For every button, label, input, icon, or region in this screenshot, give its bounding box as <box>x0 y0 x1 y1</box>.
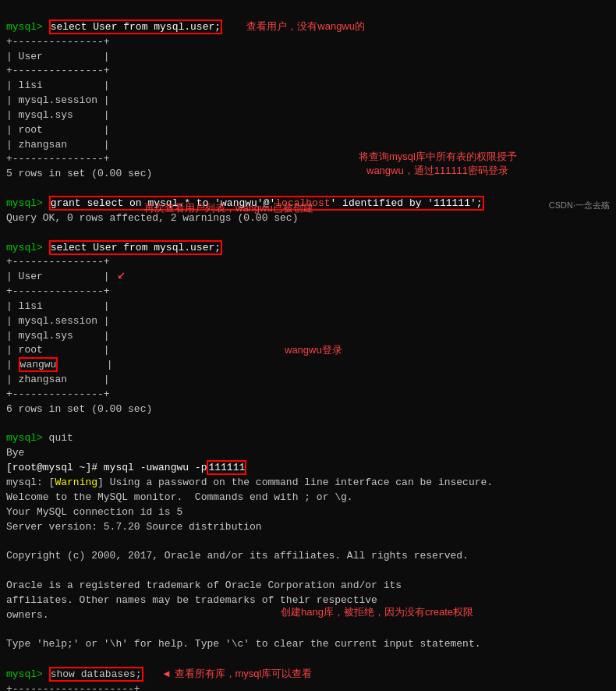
line-15: +---------------+ <box>6 256 110 268</box>
line-20: | mysql.sys | <box>6 330 110 342</box>
line-34: Oracle is a registered trademark of Orac… <box>6 579 402 591</box>
line-1: mysql> select User from mysql.user; 查看用户… <box>6 21 365 33</box>
line-32: Server version: 5.7.20 Source distributi… <box>6 521 262 533</box>
annotation-wangwu-login: wangwu登录 <box>285 343 342 357</box>
line-21: | root | <box>6 344 110 356</box>
line-37: Type 'help;' or '\h' for help. Type '\c'… <box>6 638 481 650</box>
line-14: mysql> select User from mysql.user; <box>6 240 222 255</box>
annotation-grant: 将查询mysql库中所有表的权限授予 <box>359 150 517 164</box>
line-26: mysql> quit <box>6 432 73 444</box>
line-38: mysql> show databases; ◄ 查看所有库，mysql库可以查… <box>6 668 313 680</box>
line-22: | wangwu | <box>6 357 113 372</box>
line-11: 5 rows in set (0.00 sec) <box>6 168 152 179</box>
line-18: | lisi | <box>6 300 110 312</box>
line-27: Bye <box>6 447 24 459</box>
line-2: +---------------+ <box>6 36 110 48</box>
line-24: +---------------+ <box>6 388 110 400</box>
line-30: Welcome to the MySQL monitor. Commands e… <box>6 491 353 503</box>
line-3: | User | <box>6 51 110 62</box>
annotation-grant2: wangwu，通过111111密码登录 <box>366 164 508 178</box>
line-9: | zhangsan | <box>6 139 110 151</box>
line-7: | mysql.sys | <box>6 109 110 121</box>
annotation-create-denied: 创建hang库，被拒绝，因为没有create权限 <box>281 605 473 619</box>
ann1-inline: 查看用户，没有wangwu的 <box>246 20 365 32</box>
line-29: mysql: [Warning] Using a password on the… <box>6 477 493 488</box>
annotation-recheck: 再次查看用户列表，wangwu已被创建 <box>144 201 313 215</box>
line-16: | User | <box>6 271 110 282</box>
line-19: | mysql.session | <box>6 315 110 327</box>
line-35: affiliates. Other names may be trademark… <box>6 594 377 606</box>
arrow-wangwu: ↙ <box>117 265 126 282</box>
line-36: owners. <box>6 609 49 621</box>
line-5: | lisi | <box>6 80 110 91</box>
line-17: +---------------+ <box>6 285 110 297</box>
line-39: +--------------------+ <box>6 683 140 691</box>
line-10: +---------------+ <box>6 153 110 165</box>
line-33: Copyright (c) 2000, 2017, Oracle and/or … <box>6 550 469 562</box>
line-31: Your MySQL connection id is 5 <box>6 506 182 518</box>
line-25: 6 rows in set (0.00 sec) <box>6 403 152 415</box>
line-6: | mysql.session | <box>6 94 110 106</box>
line-4: +---------------+ <box>6 65 110 76</box>
watermark: CSDN·一念去殇 <box>549 200 610 211</box>
line-23: | zhangsan | <box>6 374 110 385</box>
line-28: [root@mysql ~]# mysql -uwangwu -p111111 <box>6 460 246 475</box>
line-8: | root | <box>6 124 110 136</box>
